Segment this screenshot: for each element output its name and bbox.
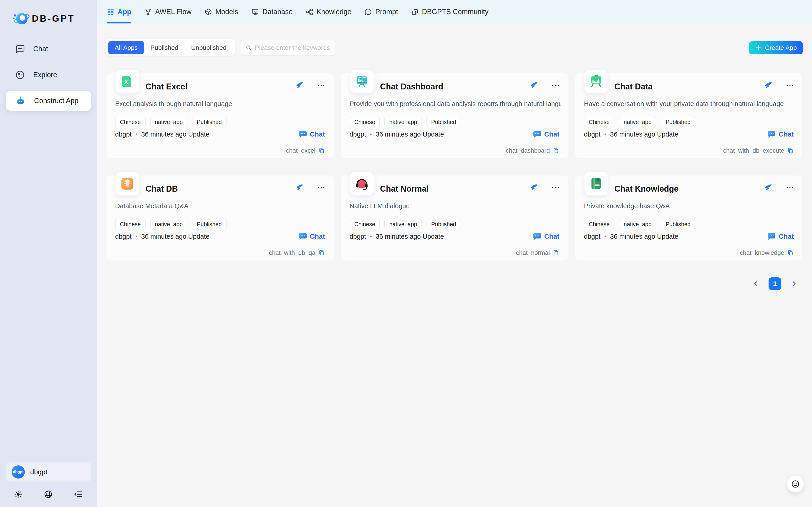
more-menu-icon[interactable] (317, 84, 325, 87)
tag-chip: Chinese (584, 117, 614, 127)
card-meta: dbgpt • 36 minutes ago Update Chat (350, 130, 560, 139)
search-input[interactable] (255, 44, 330, 51)
search-icon (246, 44, 252, 51)
app-card-chat-db[interactable]: Chat DB Database Metadata Q&A Chinese na… (106, 175, 334, 261)
tab-awel-flow[interactable]: AWEL Flow (144, 0, 191, 23)
filter-unpublished[interactable]: Unpublished (185, 41, 233, 54)
share-bird-icon[interactable] (529, 81, 538, 90)
tag-list: Chinese native_app Published (115, 219, 227, 229)
next-page-button[interactable] (790, 280, 798, 288)
card-code: chat_excel (286, 147, 325, 155)
toolbar: All Apps Published Unpublished Create Ap… (106, 39, 803, 56)
tab-label: AWEL Flow (155, 8, 191, 16)
db-stack-icon (121, 177, 134, 190)
tab-knowledge[interactable]: Knowledge (306, 0, 352, 23)
updated-text: 36 minutes ago Update (376, 131, 444, 138)
filter-published[interactable]: Published (144, 41, 185, 54)
owner-name: dbgpt (350, 131, 366, 138)
chat-bubble-icon (533, 233, 542, 240)
more-menu-icon[interactable] (786, 84, 794, 87)
chat-button[interactable]: Chat (767, 233, 794, 240)
app-card-chat-data[interactable]: Chat Data Have a conversation with your … (575, 73, 803, 159)
chat-button[interactable]: Chat (533, 233, 560, 240)
chat-button[interactable]: Chat (298, 233, 325, 240)
app-card-chat-excel[interactable]: X Chat Excel Excel analysis through natu… (106, 73, 334, 159)
tag-chip: Published (661, 219, 695, 229)
owner-name: dbgpt (115, 233, 132, 240)
more-menu-icon[interactable] (317, 186, 325, 189)
create-app-label: Create App (765, 44, 797, 51)
sidebar-item-chat[interactable]: Chat (6, 39, 91, 59)
excel-file-icon: X (121, 75, 134, 88)
share-bird-icon[interactable] (295, 81, 304, 90)
chat-button-label: Chat (310, 130, 325, 138)
tag-chip: native_app (150, 219, 187, 229)
top-navigation: App AWEL Flow Models SQL Database Knowle… (97, 0, 812, 23)
app-card-chat-normal[interactable]: Chat Normal Native LLM dialogue Chinese … (341, 175, 568, 261)
app-icon-tile (584, 70, 608, 93)
sidebar-item-label: Chat (33, 45, 48, 53)
app-code: chat_excel (286, 147, 315, 154)
copy-icon[interactable] (787, 147, 794, 154)
card-divider (115, 144, 325, 144)
card-divider (584, 144, 794, 144)
copy-icon[interactable] (553, 147, 559, 154)
chat-bubble-icon (767, 233, 776, 240)
updated-text: 36 minutes ago Update (141, 233, 209, 240)
share-bird-icon[interactable] (295, 183, 304, 192)
more-menu-icon[interactable] (552, 186, 559, 189)
previous-page-button[interactable] (752, 280, 760, 288)
create-app-button[interactable]: Create App (749, 41, 803, 54)
collapse-menu-icon[interactable] (74, 490, 83, 499)
tab-app[interactable]: App (107, 0, 131, 23)
share-bird-icon[interactable] (764, 81, 772, 90)
chat-button[interactable]: Chat (533, 130, 560, 138)
data-easel-icon (589, 75, 603, 88)
sidebar-item-explore[interactable]: Explore (6, 65, 91, 84)
more-menu-icon[interactable] (786, 186, 794, 189)
app-code: chat_knowledge (740, 249, 784, 257)
sidebar-bottom: dbgpt dbgpt (0, 462, 97, 507)
app-icon-tile (350, 70, 374, 93)
share-bird-icon[interactable] (764, 183, 772, 192)
pagination: 1 (106, 277, 803, 290)
tag-chip: native_app (619, 117, 656, 127)
tab-dbgpts-community[interactable]: DBGPTS Community (411, 0, 489, 23)
card-code: chat_dashboard (506, 147, 560, 155)
sidebar-item-construct-app[interactable]: Construct App (6, 91, 91, 111)
chat-button-label: Chat (778, 233, 794, 240)
copy-icon[interactable] (787, 249, 794, 256)
tab-models[interactable]: Models (205, 0, 238, 23)
search-box (241, 40, 335, 56)
app-card-chat-dashboard[interactable]: Chat Dashboard Provide you with professi… (341, 73, 568, 159)
share-bird-icon[interactable] (529, 183, 538, 192)
meta-separator: • (370, 131, 372, 137)
tab-database[interactable]: SQL Database (251, 0, 293, 23)
feedback-fab-button[interactable] (787, 475, 804, 493)
more-menu-icon[interactable] (552, 84, 559, 87)
avatar: dbgpt (12, 465, 25, 478)
chat-button[interactable]: Chat (767, 130, 794, 138)
page-number-current[interactable]: 1 (768, 277, 781, 290)
app-card-title: Chat Dashboard (380, 82, 443, 92)
filter-all-apps[interactable]: All Apps (108, 41, 144, 54)
explore-planet-icon (15, 70, 25, 80)
chat-bubble-icon (767, 131, 776, 138)
card-actions (295, 183, 325, 192)
tab-prompt[interactable]: Prompt (365, 0, 398, 23)
headset-icon (355, 177, 369, 190)
language-globe-icon[interactable] (44, 490, 53, 499)
tag-list: Chinese native_app Published (584, 219, 695, 229)
app-card-chat-knowledge[interactable]: Chat Knowledge Private knowledge base Q&… (575, 175, 803, 261)
copy-icon[interactable] (318, 147, 325, 154)
card-actions (529, 81, 559, 90)
content-area: All Apps Published Unpublished Create Ap… (97, 23, 812, 507)
theme-sun-icon[interactable] (14, 490, 22, 498)
app-icon-tile: X (116, 70, 139, 93)
app-card-description: Private knowledge base Q&A (584, 202, 796, 210)
copy-icon[interactable] (553, 249, 559, 256)
owner-name: dbgpt (350, 233, 366, 240)
user-profile[interactable]: dbgpt dbgpt (6, 462, 91, 482)
copy-icon[interactable] (318, 249, 325, 256)
chat-button[interactable]: Chat (298, 130, 325, 138)
